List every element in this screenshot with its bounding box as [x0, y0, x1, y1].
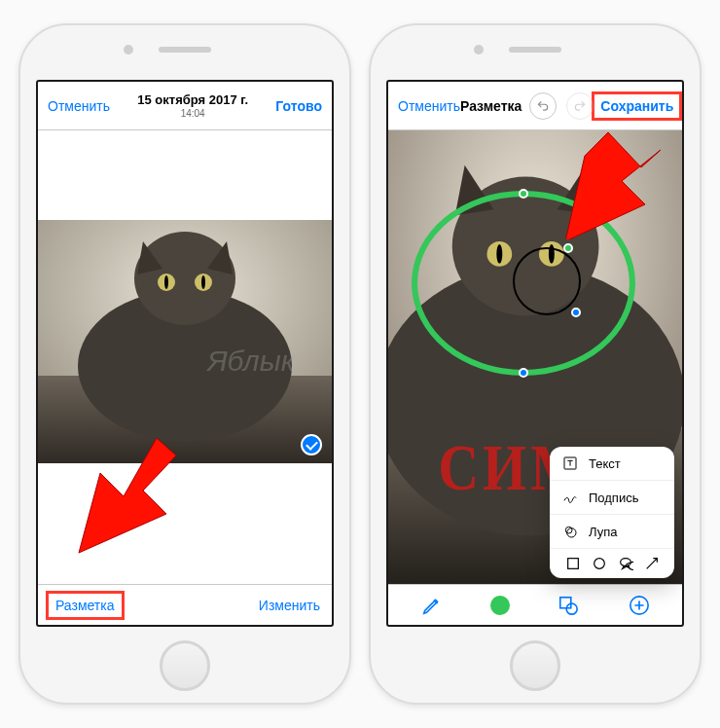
svg-point-29 [566, 603, 577, 614]
title-time: 14:04 [137, 108, 248, 119]
screen-right: Отменить Разметка Сохранить [386, 80, 684, 627]
title-date: 15 октября 2017 г. [137, 92, 248, 107]
shape-handle-icon[interactable] [519, 368, 528, 378]
markup-magnifier[interactable] [513, 247, 581, 315]
shape-handle-icon[interactable] [571, 308, 581, 317]
svg-point-8 [164, 275, 168, 289]
navbar-title: 15 октября 2017 г. 14:04 [137, 92, 248, 119]
svg-point-26 [594, 559, 604, 569]
add-tool-icon[interactable] [627, 593, 652, 618]
photo-preview[interactable] [38, 220, 332, 463]
signature-tool-icon [561, 489, 579, 506]
magnifier-tool-icon [561, 523, 579, 540]
pen-tool-icon[interactable] [419, 593, 445, 618]
done-button[interactable]: Готово [275, 98, 322, 114]
cancel-button[interactable]: Отменить [398, 98, 460, 114]
shape-square-icon[interactable] [564, 555, 582, 572]
edit-button[interactable]: Изменить [259, 598, 320, 613]
comparison-stage: Отменить 15 октября 2017 г. 14:04 Готово [0, 0, 720, 728]
popover-item-text[interactable]: Текст [550, 447, 674, 480]
cancel-button[interactable]: Отменить [48, 98, 110, 114]
photo-canvas-right[interactable]: СИМА Текст Подпись Лупа [388, 130, 682, 584]
popover-item-magnifier[interactable]: Лупа [550, 514, 674, 548]
popover-shapes-row [550, 548, 674, 578]
iphone-frame-right: Отменить Разметка Сохранить [369, 23, 702, 705]
screen-left: Отменить 15 октября 2017 г. 14:04 Готово [36, 80, 334, 627]
svg-point-9 [201, 275, 205, 289]
shape-arrow-icon[interactable] [643, 555, 661, 572]
home-button[interactable] [160, 640, 210, 691]
color-picker-button[interactable] [490, 596, 510, 615]
markup-button[interactable]: Разметка [50, 595, 121, 616]
navbar-left: Отменить 15 октября 2017 г. 14:04 Готово [38, 82, 332, 130]
shape-speech-icon[interactable] [617, 555, 634, 572]
navbar-right: Отменить Разметка Сохранить [388, 82, 682, 130]
markup-toolbar [388, 584, 682, 625]
redo-icon [566, 92, 594, 120]
iphone-frame-left: Отменить 15 октября 2017 г. 14:04 Готово [18, 23, 351, 705]
popover-label: Текст [589, 456, 621, 471]
footer-left: Разметка Изменить [38, 584, 332, 625]
text-tool-icon [561, 455, 579, 472]
shapes-tool-icon[interactable] [556, 593, 581, 618]
shape-handle-icon[interactable] [563, 243, 573, 253]
selected-check-icon [301, 434, 322, 455]
cat-photo-placeholder [38, 220, 332, 463]
popover-label: Лупа [589, 525, 617, 539]
undo-icon[interactable] [529, 92, 557, 120]
home-button[interactable] [510, 640, 560, 691]
popover-item-signature[interactable]: Подпись [550, 480, 674, 514]
shape-handle-icon[interactable] [519, 189, 528, 199]
photo-canvas-left: Яблык [38, 130, 332, 584]
navbar-title: Разметка [460, 98, 522, 114]
markup-tools-popover: Текст Подпись Лупа [550, 447, 674, 578]
save-button[interactable]: Сохранить [595, 95, 678, 117]
popover-label: Подпись [589, 491, 638, 505]
svg-rect-28 [559, 597, 570, 607]
svg-rect-25 [567, 559, 578, 569]
shape-circle-icon[interactable] [591, 555, 608, 572]
svg-point-3 [134, 232, 235, 325]
